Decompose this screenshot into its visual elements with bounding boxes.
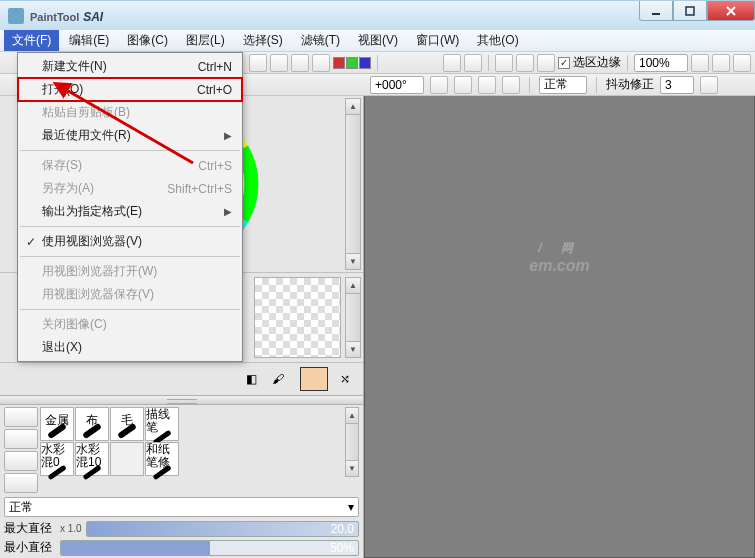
- menuitem-save: 保存(S) Ctrl+S: [18, 154, 242, 177]
- brush-down-button[interactable]: [4, 473, 38, 493]
- rotate-cw-button[interactable]: [454, 76, 472, 94]
- primary-color-chip[interactable]: [300, 367, 328, 391]
- seledge-checkbox[interactable]: ✓: [558, 57, 570, 69]
- menuitem-exit[interactable]: 退出(X): [18, 336, 242, 359]
- scroll-up-icon[interactable]: ▲: [346, 408, 358, 424]
- brush-blend-label: 正常: [9, 499, 33, 516]
- max-diameter-slider[interactable]: 20.0: [86, 521, 359, 537]
- brush-cell-fur[interactable]: 毛: [110, 407, 144, 441]
- menuitem-saveas-label: 另存为(A): [42, 180, 94, 197]
- divider: [627, 55, 628, 71]
- maximize-button[interactable]: [673, 1, 707, 21]
- scroll-track[interactable]: [346, 294, 360, 341]
- zoom-fit-button[interactable]: [733, 54, 751, 72]
- brush-blend-mode[interactable]: 正常 ▾: [4, 497, 359, 517]
- brush-trash-button[interactable]: [4, 429, 38, 449]
- rotate-ccw-button[interactable]: [430, 76, 448, 94]
- menu-layer[interactable]: 图层(L): [178, 30, 233, 51]
- canvas-area[interactable]: / 网 em.com: [364, 96, 755, 558]
- submenu-arrow-icon: ▶: [224, 206, 232, 217]
- menuitem-open-shortcut: Ctrl+O: [197, 83, 232, 97]
- brush-label: 水彩混0: [41, 443, 73, 469]
- chevron-down-icon: ▾: [348, 500, 354, 514]
- scroll-track[interactable]: [346, 424, 358, 460]
- brush-cell-metal[interactable]: 金属: [40, 407, 74, 441]
- brush-cell-empty[interactable]: [110, 442, 144, 476]
- brush-save-button[interactable]: [4, 407, 38, 427]
- menuitem-use-viewer[interactable]: 使用视图浏览器(V): [18, 230, 242, 253]
- brush-panel: 金属 布 毛 描线笔 水彩混0 水彩混10 和纸笔修 ▲ ▼ 正常 ▾: [0, 405, 363, 558]
- scroll-down-icon[interactable]: ▼: [346, 341, 360, 357]
- menu-other[interactable]: 其他(O): [469, 30, 526, 51]
- menuitem-close-image: 关闭图像(C): [18, 313, 242, 336]
- minimize-button[interactable]: [639, 1, 673, 21]
- menuitem-new-file[interactable]: 新建文件(N) Ctrl+N: [18, 55, 242, 78]
- divider: [596, 77, 597, 93]
- menuitem-paste-from-clipboard[interactable]: 粘贴自剪贴板(B): [18, 101, 242, 124]
- brush-up-button[interactable]: [4, 451, 38, 471]
- brush-icon[interactable]: 🖌: [268, 369, 289, 389]
- svg-rect-1: [686, 7, 694, 15]
- flip-h-button[interactable]: [502, 76, 520, 94]
- zoom-in-button[interactable]: [712, 54, 730, 72]
- menuitem-recent-files[interactable]: 最近使用文件(R) ▶: [18, 124, 242, 147]
- menu-window[interactable]: 窗口(W): [408, 30, 467, 51]
- colorwheel-scrollbar[interactable]: ▲ ▼: [345, 98, 361, 270]
- max-diam-label: 最大直径: [4, 520, 56, 537]
- menu-edit[interactable]: 编辑(E): [61, 30, 117, 51]
- brush-cell-water0[interactable]: 水彩混0: [40, 442, 74, 476]
- invert-button[interactable]: [516, 54, 534, 72]
- blend-mode-field[interactable]: 正常: [539, 76, 587, 94]
- brush-label: 描线笔: [146, 408, 178, 434]
- scroll-track[interactable]: [346, 115, 360, 253]
- brush-cell-linepen[interactable]: 描线笔: [145, 407, 179, 441]
- close-button[interactable]: [707, 1, 755, 21]
- shake-dropdown-icon[interactable]: [700, 76, 718, 94]
- divider: [488, 55, 489, 71]
- scroll-up-icon[interactable]: ▲: [346, 278, 360, 294]
- menuitem-open[interactable]: 打开(O) Ctrl+O: [18, 78, 242, 101]
- app-title-pt: PaintTool: [30, 11, 79, 23]
- scroll-down-icon[interactable]: ▼: [346, 253, 360, 269]
- shake-field[interactable]: 3: [660, 76, 694, 94]
- tool-palette-icon[interactable]: [291, 54, 309, 72]
- tool-color-wheel-icon[interactable]: [249, 54, 267, 72]
- tool-slider-icon[interactable]: [270, 54, 288, 72]
- menuitem-export[interactable]: 输出为指定格式(E) ▶: [18, 200, 242, 223]
- brush-label: 水彩混10: [76, 443, 108, 469]
- zoom-value: 100%: [639, 56, 670, 70]
- scroll-down-icon[interactable]: ▼: [346, 460, 358, 476]
- swatch-scrollbar[interactable]: ▲ ▼: [345, 277, 361, 358]
- menu-filter[interactable]: 滤镜(T): [293, 30, 348, 51]
- deselect-button[interactable]: [495, 54, 513, 72]
- min-diameter-row: 最小直径 50%: [4, 539, 359, 556]
- menu-view[interactable]: 视图(V): [350, 30, 406, 51]
- zoom-out-button[interactable]: [691, 54, 709, 72]
- swatches-icon[interactable]: [333, 57, 371, 69]
- angle-field[interactable]: +000°: [370, 76, 424, 94]
- brush-cell-cloth[interactable]: 布: [75, 407, 109, 441]
- menu-select[interactable]: 选择(S): [235, 30, 291, 51]
- reset-rotation-button[interactable]: [478, 76, 496, 94]
- tool-swatch-icon[interactable]: [312, 54, 330, 72]
- menu-image[interactable]: 图像(C): [119, 30, 176, 51]
- brush-cell-water10[interactable]: 水彩混10: [75, 442, 109, 476]
- eraser-icon[interactable]: ◧: [241, 369, 262, 389]
- scroll-up-icon[interactable]: ▲: [346, 99, 360, 115]
- redo-button[interactable]: [464, 54, 482, 72]
- showselection-button[interactable]: [537, 54, 555, 72]
- swatch-grid[interactable]: [254, 277, 341, 358]
- menu-separator: [20, 150, 240, 151]
- brush-label: 和纸笔修: [146, 443, 178, 469]
- menu-file[interactable]: 文件(F): [4, 30, 59, 51]
- max-diameter-row: 最大直径 x 1.0 20.0: [4, 520, 359, 537]
- brush-scrollbar[interactable]: ▲ ▼: [345, 407, 359, 477]
- horizontal-splitter[interactable]: [0, 395, 363, 405]
- submenu-arrow-icon: ▶: [224, 130, 232, 141]
- min-diameter-slider[interactable]: 50%: [60, 540, 359, 556]
- brush-cell-japanpaper[interactable]: 和纸笔修: [145, 442, 179, 476]
- menuitem-new-shortcut: Ctrl+N: [198, 60, 232, 74]
- undo-button[interactable]: [443, 54, 461, 72]
- zoom-field[interactable]: 100%: [634, 54, 688, 72]
- swap-colors-icon[interactable]: ⤭: [334, 369, 355, 389]
